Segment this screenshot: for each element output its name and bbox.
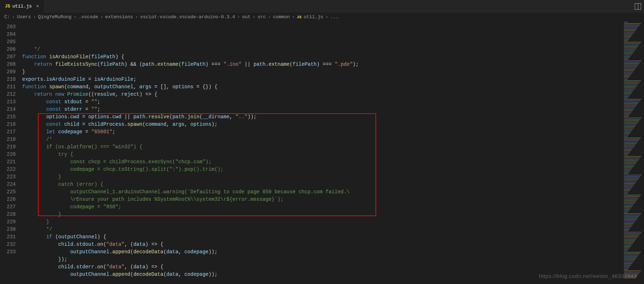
minimap-line [624,198,639,198]
code-line[interactable]: } [22,173,623,181]
minimap-line [624,76,630,77]
code-line[interactable]: return new Promise((resolve, reject) => … [22,91,623,98]
code-line[interactable]: } [22,211,623,218]
code-line[interactable]: \rEnsure your path includes %SystemRoot%… [22,196,623,203]
minimap-line [624,239,636,240]
code-line[interactable]: child.stderr.on("data", (data) => { [22,263,623,271]
line-number: 231 [0,233,16,241]
line-number: 220 [0,151,16,158]
minimap-line [624,30,635,31]
minimap-line [624,135,629,135]
code-line[interactable]: child.stdout.on("data", (data) => { [22,241,623,248]
minimap-line [624,102,639,103]
minimap-line [624,40,628,41]
breadcrumbs[interactable]: C:›Users›QingYeMuRong›.vscode›extensions… [0,13,644,22]
code-line[interactable]: */ [22,226,623,233]
breadcrumb-segment[interactable]: src [257,14,266,20]
close-icon[interactable]: × [36,4,39,9]
tab-util-js[interactable]: JS util.js × [0,0,44,13]
minimap-line [624,189,631,190]
minimap-line [624,140,639,141]
code-line[interactable]: const stderr = ""; [22,106,623,113]
minimap-line [624,66,637,67]
minimap-line [624,83,639,84]
line-number: 209 [0,68,16,76]
minimap-line [624,136,628,137]
minimap-line [624,56,630,57]
minimap-line [624,38,630,38]
code-line[interactable]: outputChannel.append(decodeData(data, co… [22,248,623,256]
code-line[interactable]: outputChannel.append(decodeData(data, co… [22,271,623,278]
breadcrumb-segment[interactable]: out [242,14,250,20]
code-line[interactable]: options.cwd = options.cwd || path.resolv… [22,113,623,121]
code-line[interactable]: } [22,218,623,226]
breadcrumb-segment[interactable]: .vscode [79,14,98,20]
breadcrumb-segment[interactable]: common [273,14,290,20]
minimap[interactable] [623,22,644,284]
minimap-line [624,168,633,168]
breadcrumb-segment[interactable]: QingYeMuRong [38,14,72,20]
code-line[interactable]: let codepage = "65001"; [22,128,623,136]
line-number: 203 [0,23,16,31]
code-line[interactable]: if (os.platform() === "win32") { [22,143,623,151]
minimap-line [624,259,635,260]
line-number: 208 [0,61,16,68]
minimap-line [624,269,628,270]
minimap-line [624,260,634,261]
minimap-line [624,26,639,27]
line-number: 225 [0,188,16,196]
minimap-line [624,206,632,207]
breadcrumb-segment[interactable]: C: [4,14,10,20]
code-line[interactable]: const chcp = childProcess.execSync("chcp… [22,158,623,166]
minimap-line [624,188,632,188]
code-line[interactable]: const child = childProcess.spawn(command… [22,121,623,128]
code-line[interactable]: }); [22,256,623,263]
minimap-line [624,155,628,155]
minimap-line [624,248,630,248]
minimap-line [624,109,634,110]
code-line[interactable]: function isArduinoFile(filePath) { [22,53,623,61]
code-line[interactable]: function spawn(command, outputChannel, a… [22,83,623,91]
code-area[interactable]: */function isArduinoFile(filePath) { ret… [22,22,623,284]
breadcrumb-file[interactable]: util.js [304,14,323,20]
chevron-right-icon: › [292,14,295,20]
breadcrumb-segment[interactable]: Users [17,14,31,20]
minimap-line [624,63,639,64]
code-line[interactable]: try { [22,151,623,158]
code-line[interactable]: /* [22,136,623,143]
code-line[interactable]: */ [22,46,623,53]
minimap-line [624,262,633,263]
minimap-line [624,123,637,124]
minimap-line [624,225,633,225]
code-line[interactable]: outputChannel_1.arduinoChannel.warning(`… [22,188,623,196]
minimap-line [624,255,639,255]
minimap-line [624,139,640,140]
minimap-line [624,233,640,234]
code-line[interactable]: if (outputChannel) { [22,233,623,241]
split-editor-icon[interactable] [635,3,641,10]
minimap-line [624,49,636,50]
code-line[interactable]: const stdout = ""; [22,98,623,106]
minimap-line [624,110,633,111]
breadcrumb-segment[interactable]: vsciot-vscode.vscode-arduino-0.3.4 [140,14,235,20]
code-line[interactable]: codepage = "850"; [22,203,623,211]
minimap-line [624,146,634,147]
code-line[interactable]: exports.isArduinoFile = isArduinoFile; [22,76,623,83]
code-line[interactable]: catch (error) { [22,181,623,188]
line-number: 211 [0,83,16,91]
minimap-line [624,235,639,235]
line-number: 229 [0,218,16,226]
code-line[interactable]: } [22,68,623,76]
code-line[interactable]: codepage = chcp.toString().split(":").po… [22,166,623,173]
minimap-line [624,175,641,175]
minimap-line [624,196,640,197]
minimap-line [624,173,628,174]
breadcrumb-trail[interactable]: ... [330,14,339,20]
code-line[interactable]: return fileExistsSync(filePath) && (path… [22,61,623,68]
minimap-line [624,215,640,215]
line-number: 232 [0,241,16,248]
breadcrumb-segment[interactable]: extensions [105,14,133,20]
minimap-line [624,203,634,204]
minimap-line [624,119,640,120]
minimap-line [624,85,638,85]
